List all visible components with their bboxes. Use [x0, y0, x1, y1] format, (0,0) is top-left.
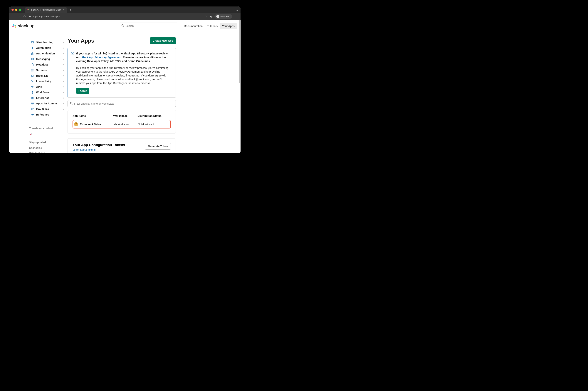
forward-button[interactable]: → [17, 15, 20, 18]
sidebar-link-changelog[interactable]: Changelog [29, 146, 66, 149]
building-icon [31, 97, 34, 99]
page-title: Your Apps [68, 38, 94, 44]
tab-title: Slack API: Applications | Slack [31, 8, 61, 11]
cursor-icon [31, 80, 34, 83]
new-tab-button[interactable]: + [69, 8, 72, 12]
nav-tutorials[interactable]: Tutorials [205, 23, 220, 29]
svg-point-12 [32, 87, 33, 87]
nav-your-apps[interactable]: Your Apps [220, 23, 237, 29]
svg-point-3 [31, 69, 32, 70]
notice-paragraph-2: By keeping your app in the App Directory… [76, 66, 171, 85]
sidebar-link-beta-features[interactable]: Beta features [29, 152, 66, 153]
svg-point-11 [33, 71, 34, 72]
grid-icon [31, 69, 34, 72]
search-box[interactable] [119, 23, 178, 29]
app-name-cell: Restaurant Picker [80, 123, 101, 125]
chevron-right-icon: ▸ [64, 86, 64, 88]
svg-point-28 [70, 102, 72, 104]
svg-point-0 [122, 25, 123, 26]
sidebar-item-apps-for-admins[interactable]: Apps for Admins▸ [31, 101, 66, 106]
chevron-right-icon: ▸ [64, 75, 64, 77]
table-header: App Name Workspace Distribution Status [73, 114, 171, 119]
minimize-window-btn[interactable] [15, 9, 17, 11]
extensions-icon[interactable]: ▣ [210, 15, 212, 18]
search-icon [70, 102, 73, 105]
back-button[interactable]: ← [11, 15, 14, 18]
sidebar-item-gov-slack[interactable]: Gov Slack▸ [31, 106, 66, 112]
file-icon [31, 63, 34, 66]
url-bar: ← → ⟳ 🔒︎ https://api.slack.com/apps ☆ ▣ … [9, 13, 240, 20]
chevron-right-icon: ▸ [64, 92, 64, 93]
create-new-app-button[interactable]: Create New App [150, 37, 176, 44]
chevron-right-icon: ▸ [64, 97, 64, 99]
incognito-badge[interactable]: Incognito [215, 14, 232, 19]
scrollbar-thumb[interactable] [239, 20, 240, 83]
cloud-icon [31, 75, 34, 77]
close-window-btn[interactable] [11, 9, 14, 11]
sidebar-item-metadata[interactable]: Metadata▸ [31, 62, 66, 67]
filter-box[interactable] [68, 100, 176, 107]
chevron-right-icon: ▸ [64, 58, 64, 60]
notice-paragraph-1: If your app is (or will be) listed in th… [76, 52, 171, 63]
svg-point-9 [31, 71, 32, 72]
chevron-right-icon: ▸ [64, 64, 64, 66]
search-icon [121, 24, 124, 28]
sidebar-item-start-learning[interactable]: Start learning▸ [31, 40, 66, 45]
app-row-restaurant-picker[interactable]: YRestaurant Picker My Workspace Not dist… [73, 120, 171, 128]
sidebar-item-interactivity[interactable]: Interactivity▸ [31, 79, 66, 84]
sidebar-item-automation[interactable]: Automation▸ [31, 45, 66, 51]
titlebar: Slack API: Applications | Slack × + ⌄ [9, 6, 240, 13]
url-field[interactable]: https://api.slack.com/apps [33, 15, 60, 18]
code-icon [31, 113, 34, 116]
gear-icon [31, 86, 34, 88]
sidebar-item-apis[interactable]: APIs▸ [31, 84, 66, 90]
sliders-icon [31, 102, 34, 105]
bookmark-star-icon[interactable]: ☆ [205, 15, 207, 18]
sidebar-item-block-kit[interactable]: Block Kit▸ [31, 73, 66, 79]
maximize-window-btn[interactable] [19, 9, 21, 11]
app-icon: Y [74, 122, 78, 126]
sidebar-item-workflows[interactable]: Workflows▸ [31, 90, 66, 95]
brand-logo[interactable]: slack api [12, 23, 35, 28]
browser-menu-icon[interactable]: ⋮ [236, 15, 239, 18]
sidebar-item-reference[interactable]: Reference [31, 112, 66, 117]
japan-flag-icon[interactable] [29, 133, 32, 135]
svg-point-10 [32, 71, 33, 72]
lock-icon[interactable]: 🔒︎ [29, 15, 31, 18]
svg-line-29 [72, 104, 73, 104]
book-icon [31, 41, 34, 44]
svg-point-5 [33, 69, 34, 70]
chevron-right-icon: ▸ [64, 47, 64, 49]
learn-about-tokens-link[interactable]: Learn about tokens [73, 148, 95, 151]
svg-point-4 [32, 69, 33, 70]
search-input[interactable] [125, 24, 176, 27]
svg-point-7 [32, 70, 33, 71]
tokens-title: Your App Configuration Tokens [73, 143, 125, 147]
message-icon [31, 58, 34, 61]
sidebar-item-surfaces[interactable]: Surfaces▸ [31, 67, 66, 73]
tab-close-icon[interactable]: × [63, 8, 65, 11]
browser-tab[interactable]: Slack API: Applications | Slack × [25, 7, 67, 12]
directory-agreement-link[interactable]: Slack App Directory Agreement [81, 56, 121, 59]
bolt-icon [31, 47, 34, 49]
svg-line-1 [123, 26, 124, 27]
svg-point-22 [33, 103, 33, 104]
filter-input[interactable] [74, 102, 173, 105]
i-agree-button[interactable]: I Agree [76, 88, 89, 94]
reload-button[interactable]: ⟳ [23, 15, 26, 18]
page-content: slack api Documentation Tutorials Your A… [9, 20, 240, 153]
sidebar-item-authentication[interactable]: Authentication▸ [31, 51, 66, 56]
generate-token-button[interactable]: Generate Token [145, 143, 171, 150]
chevron-right-icon: ▸ [64, 41, 64, 43]
svg-point-6 [31, 70, 32, 71]
svg-point-13 [31, 86, 33, 88]
chevron-right-icon: ▸ [64, 102, 64, 104]
tab-list-button[interactable]: ⌄ [236, 8, 238, 12]
sidebar-item-enterprise[interactable]: Enterprise▸ [31, 95, 66, 101]
config-tokens-card: Your App Configuration Tokens Learn abou… [68, 138, 176, 153]
sidebar-item-messaging[interactable]: Messaging▸ [31, 56, 66, 62]
page-header: slack api Documentation Tutorials Your A… [9, 20, 240, 32]
gov-icon [31, 108, 34, 110]
stay-updated-heading: Stay updated [29, 141, 66, 144]
nav-documentation[interactable]: Documentation [182, 23, 205, 29]
